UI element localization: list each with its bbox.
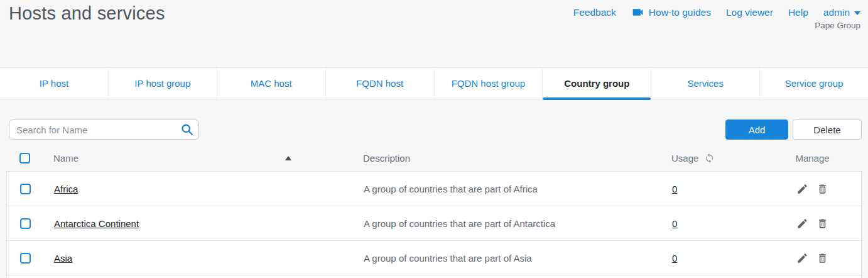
howto-guides-label: How-to guides (649, 7, 711, 18)
row-checkbox[interactable] (20, 253, 31, 264)
delete-icon[interactable] (816, 218, 828, 230)
tab-bar: IP host IP host group MAC host FQDN host… (0, 67, 868, 99)
select-all-checkbox[interactable] (19, 153, 30, 164)
row-usage-link[interactable]: 0 (672, 184, 677, 194)
search-box (9, 120, 199, 140)
log-viewer-link[interactable]: Log viewer (726, 7, 773, 18)
row-checkbox[interactable] (20, 184, 31, 194)
help-link[interactable]: Help (788, 7, 808, 18)
row-description: A group of countries that are part of Af… (364, 184, 538, 194)
edit-icon[interactable] (796, 252, 808, 264)
manage-column-header: Manage (795, 153, 829, 164)
table-row: Asia A group of countries that are part … (7, 241, 861, 275)
group-name-label: Pape Group (815, 21, 860, 30)
log-viewer-label: Log viewer (726, 7, 773, 18)
feedback-label: Feedback (573, 7, 616, 18)
table-header: Name Description Usage Manage (6, 145, 862, 171)
hosts-and-services-page: Hosts and services Feedback How-to guide… (0, 0, 868, 278)
search-input[interactable] (9, 120, 199, 140)
action-buttons: Add Delete (725, 120, 862, 140)
delete-icon[interactable] (816, 183, 828, 195)
tab-country-group[interactable]: Country group (543, 68, 651, 99)
tab-mac-host[interactable]: MAC host (217, 68, 326, 99)
tab-fqdn-host[interactable]: FQDN host (326, 68, 435, 99)
tab-fqdn-host-group[interactable]: FQDN host group (435, 68, 543, 99)
admin-label: admin (823, 7, 850, 18)
edit-icon[interactable] (796, 183, 808, 195)
delete-button[interactable]: Delete (793, 120, 862, 140)
row-description: A group of countries that are part of As… (364, 253, 532, 264)
add-button[interactable]: Add (725, 120, 788, 140)
edit-icon[interactable] (796, 218, 808, 230)
usage-column-header[interactable]: Usage (671, 153, 698, 164)
row-name-link[interactable]: Antarctica Continent (54, 218, 139, 229)
tab-services[interactable]: Services (651, 68, 760, 99)
video-camera-icon (631, 6, 644, 19)
tab-ip-host-group[interactable]: IP host group (109, 68, 217, 99)
row-usage-link[interactable]: 0 (672, 218, 677, 229)
admin-menu[interactable]: admin (823, 7, 860, 18)
search-icon[interactable] (181, 123, 193, 136)
feedback-link[interactable]: Feedback (573, 7, 616, 18)
row-description: A group of countries that are part of An… (364, 218, 555, 229)
row-name-link[interactable]: Africa (54, 184, 78, 194)
header-links: Feedback How-to guides Log viewer Help a… (573, 6, 860, 19)
table-body: Africa A group of countries that are par… (6, 171, 862, 278)
table-row: Africa A group of countries that are par… (7, 172, 861, 206)
sort-ascending-icon[interactable] (285, 156, 291, 160)
row-usage-link[interactable]: 0 (672, 253, 677, 264)
howto-guides-link[interactable]: How-to guides (631, 6, 711, 19)
page-title: Hosts and services (9, 3, 165, 24)
refresh-icon[interactable] (704, 153, 715, 164)
delete-icon[interactable] (816, 252, 828, 264)
row-checkbox[interactable] (20, 218, 31, 229)
help-label: Help (788, 7, 808, 18)
tab-ip-host[interactable]: IP host (0, 68, 109, 99)
caret-down-icon (854, 11, 860, 15)
tab-service-group[interactable]: Service group (760, 68, 868, 99)
table-row: Antarctica Continent A group of countrie… (7, 206, 861, 241)
table-row-partial (7, 275, 861, 278)
description-column-header[interactable]: Description (363, 153, 410, 164)
row-name-link[interactable]: Asia (54, 253, 72, 264)
name-column-header[interactable]: Name (53, 153, 79, 164)
